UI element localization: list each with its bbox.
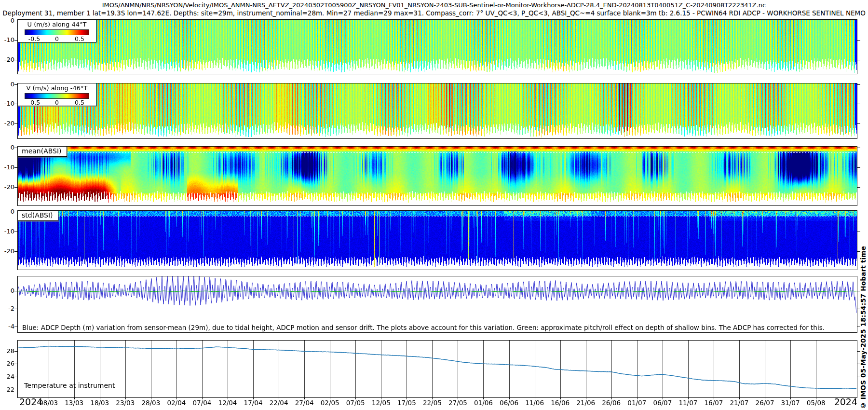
x-tick-label: 02/04: [167, 399, 186, 407]
y-tick-mark: [857, 60, 860, 60]
y-tick-mark: [14, 123, 17, 124]
x-tick-label: 16/07: [704, 399, 723, 407]
y-tick-label: -20: [0, 247, 14, 255]
x-tick-label: 07/05: [346, 399, 365, 407]
u-velocity-heatmap: [18, 20, 857, 74]
y-tick-mark: [857, 40, 860, 41]
v-colorbar-tick: 0.5: [75, 99, 84, 106]
x-tick-mark: [125, 397, 126, 399]
mean-absi-heatmap: [18, 147, 857, 205]
u-colorbar-legend: U (m/s) along 44°T -0.5 0 0.5: [17, 19, 96, 42]
panel-temperature: [17, 340, 857, 398]
x-tick-label: 12/04: [218, 399, 237, 407]
depth-variation-annotation: Blue: ADCP Depth (m) variation from sens…: [22, 324, 825, 331]
y-tick-mark: [857, 21, 860, 21]
y-tick-mark: [14, 351, 17, 352]
x-tick-mark: [279, 397, 279, 399]
u-colorbar-title: U (m/s) along 44°T: [18, 21, 96, 28]
x-tick-label: 18/03: [90, 399, 109, 407]
x-tick-mark: [765, 397, 765, 399]
x-tick-mark: [560, 397, 561, 399]
x-tick-mark: [458, 397, 458, 399]
y-tick-label: 26: [0, 360, 14, 367]
x-tick-label: 27/05: [448, 399, 467, 407]
x-tick-mark: [304, 397, 305, 399]
x-tick-mark: [253, 397, 254, 399]
x-tick-label: 22/05: [423, 399, 442, 407]
x-tick-label: 21/07: [730, 399, 749, 407]
x-tick-mark: [202, 397, 203, 399]
x-tick-label: 11/06: [525, 399, 544, 407]
x-tick-mark: [688, 397, 689, 399]
y-tick-mark: [14, 309, 17, 309]
y-tick-mark: [857, 84, 860, 85]
x-tick-label: 21/06: [576, 399, 595, 407]
x-tick-label: 01/06: [474, 399, 493, 407]
std-absi-heatmap: [18, 211, 857, 270]
y-tick-mark: [857, 187, 860, 188]
y-tick-label: 24: [0, 373, 14, 380]
v-colorbar-tick: -0.5: [28, 99, 40, 106]
x-tick-label: 17/05: [397, 399, 416, 407]
x-tick-mark: [714, 397, 714, 399]
x-tick-mark: [790, 397, 791, 399]
y-tick-mark: [857, 309, 860, 309]
y-tick-mark: [14, 167, 17, 168]
y-tick-label: 0: [0, 144, 14, 151]
x-tick-mark: [483, 397, 484, 399]
y-tick-mark: [857, 251, 860, 252]
y-tick-label: -10: [0, 164, 14, 171]
x-tick-label: 16/06: [551, 399, 570, 407]
y-tick-mark: [14, 60, 17, 60]
temperature-panel-label: Temperature at instrument: [24, 382, 115, 389]
y-tick-mark: [14, 390, 17, 390]
figure-subtitle: Deployment 31, member 1 lat=19.3S lon=14…: [0, 9, 868, 17]
x-tick-mark: [586, 397, 586, 399]
v-colorbar-gradient: [25, 93, 89, 99]
y-tick-mark: [857, 327, 860, 327]
x-tick-mark: [432, 397, 433, 399]
imos-watermark: © IMOS 05-May-2025 18:54:57 Hobart time: [859, 246, 867, 410]
x-tick-mark: [355, 397, 356, 399]
x-tick-label: 06/07: [653, 399, 672, 407]
x-tick-label: 23/03: [116, 399, 135, 407]
y-tick-mark: [857, 148, 860, 148]
y-tick-label: 0: [0, 81, 14, 88]
x-tick-label: 26/06: [602, 399, 621, 407]
y-tick-label: -10: [0, 36, 14, 43]
figure-root: IMOS/ANMN/NRS/NRSYON/Velocity/IMOS_ANMN-…: [0, 0, 868, 410]
y-tick-label: 0: [0, 208, 14, 215]
y-tick-mark: [14, 232, 17, 232]
y-tick-label: 28: [0, 347, 14, 355]
x-tick-label: 26/07: [756, 399, 774, 407]
u-colorbar-gradient: [25, 29, 89, 35]
x-tick-label: 06/06: [500, 399, 518, 407]
panel-v-velocity: V (m/s) along -46°T -0.5 0 0.5: [17, 83, 857, 139]
u-colorbar-tick: 0.5: [75, 35, 84, 42]
x-tick-label: 05/08: [807, 399, 826, 407]
std-absi-label: std(ABSI): [17, 210, 58, 221]
y-tick-label: 0: [0, 17, 14, 24]
x-tick-mark: [100, 397, 100, 399]
x-tick-label: 12/05: [372, 399, 391, 407]
x-tick-label: 01/07: [627, 399, 646, 407]
x-tick-label: 02/05: [321, 399, 339, 407]
y-tick-label: 0: [0, 287, 14, 294]
x-tick-mark: [381, 397, 381, 399]
x-tick-mark: [509, 397, 510, 399]
x-tick-mark: [637, 397, 637, 399]
y-tick-mark: [14, 364, 17, 364]
y-tick-label: 22: [0, 386, 14, 393]
y-tick-mark: [857, 123, 860, 124]
x-tick-mark: [228, 397, 228, 399]
x-tick-mark: [151, 397, 151, 399]
x-tick-label: 31/07: [781, 399, 800, 407]
v-velocity-heatmap: [18, 83, 857, 138]
y-tick-mark: [14, 327, 17, 327]
x-tick-mark: [739, 397, 740, 399]
v-colorbar-tick: 0: [55, 99, 59, 106]
x-axis-year-end: 2024: [830, 396, 857, 407]
x-tick-mark: [74, 397, 75, 399]
x-tick-label: 11/07: [678, 399, 697, 407]
x-tick-mark: [407, 397, 407, 399]
